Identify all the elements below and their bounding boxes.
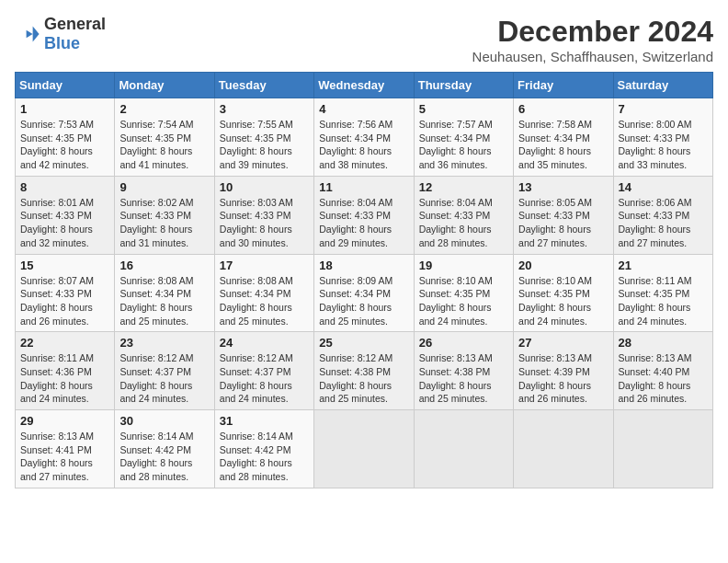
day-number: 6	[518, 102, 608, 116]
calendar-cell: 26 Sunrise: 8:13 AM Sunset: 4:38 PM Dayl…	[414, 332, 513, 410]
day-info: Sunrise: 8:10 AM Sunset: 4:35 PM Dayligh…	[419, 274, 508, 328]
calendar-cell: 7 Sunrise: 8:00 AM Sunset: 4:33 PM Dayli…	[613, 98, 712, 177]
day-number: 9	[119, 180, 209, 194]
sunset-label: Sunset: 4:33 PM	[419, 210, 491, 221]
sunset-label: Sunset: 4:37 PM	[119, 366, 191, 377]
day-info: Sunrise: 8:14 AM Sunset: 4:42 PM Dayligh…	[220, 430, 309, 484]
calendar-cell: 30 Sunrise: 8:14 AM Sunset: 4:42 PM Dayl…	[115, 410, 214, 488]
sunrise-label: Sunrise: 8:13 AM	[20, 431, 94, 442]
sunrise-label: Sunrise: 8:10 AM	[518, 275, 592, 286]
sunrise-label: Sunrise: 8:04 AM	[419, 197, 493, 208]
sunrise-label: Sunrise: 8:12 AM	[220, 352, 293, 363]
daylight-label: Daylight: 8 hours	[220, 145, 292, 156]
day-info: Sunrise: 8:10 AM Sunset: 4:35 PM Dayligh…	[518, 274, 608, 328]
day-info: Sunrise: 8:06 AM Sunset: 4:33 PM Dayligh…	[619, 196, 708, 250]
calendar-table: SundayMondayTuesdayWednesdayThursdayFrid…	[15, 72, 713, 488]
daylight-minutes: and 27 minutes.	[518, 237, 587, 248]
day-number: 2	[119, 102, 209, 116]
daylight-label: Daylight: 8 hours	[220, 302, 292, 313]
day-number: 18	[319, 259, 408, 272]
sunset-label: Sunset: 4:35 PM	[220, 132, 291, 144]
daylight-minutes: and 24 minutes.	[20, 393, 89, 404]
daylight-label: Daylight: 8 hours	[20, 145, 93, 156]
day-info: Sunrise: 8:13 AM Sunset: 4:39 PM Dayligh…	[518, 351, 608, 406]
calendar-cell: 9 Sunrise: 8:02 AM Sunset: 4:33 PM Dayli…	[115, 176, 214, 254]
daylight-label: Daylight: 8 hours	[20, 457, 93, 468]
day-info: Sunrise: 8:14 AM Sunset: 4:42 PM Dayligh…	[119, 430, 209, 484]
sunset-label: Sunset: 4:33 PM	[619, 210, 690, 221]
subtitle: Neuhausen, Schaffhausen, Switzerland	[472, 49, 713, 64]
calendar-cell: 12 Sunrise: 8:04 AM Sunset: 4:33 PM Dayl…	[414, 176, 513, 254]
header: General Blue December 2024 Neuhausen, Sc…	[15, 15, 713, 64]
sunrise-label: Sunrise: 8:08 AM	[220, 275, 293, 286]
calendar-cell	[414, 410, 513, 488]
day-info: Sunrise: 8:02 AM Sunset: 4:33 PM Dayligh…	[119, 196, 209, 250]
sunset-label: Sunset: 4:39 PM	[518, 366, 590, 377]
calendar-cell: 22 Sunrise: 8:11 AM Sunset: 4:36 PM Dayl…	[16, 332, 115, 410]
day-info: Sunrise: 8:11 AM Sunset: 4:35 PM Dayligh…	[619, 274, 708, 328]
sunrise-label: Sunrise: 7:55 AM	[220, 119, 293, 130]
day-number: 24	[220, 336, 309, 350]
daylight-label: Daylight: 8 hours	[518, 224, 591, 235]
daylight-label: Daylight: 8 hours	[619, 302, 691, 313]
day-number: 16	[119, 259, 209, 272]
sunrise-label: Sunrise: 7:56 AM	[319, 119, 392, 130]
daylight-label: Daylight: 8 hours	[319, 224, 392, 235]
sunset-label: Sunset: 4:42 PM	[220, 444, 291, 455]
day-info: Sunrise: 8:13 AM Sunset: 4:41 PM Dayligh…	[20, 430, 109, 484]
sunset-label: Sunset: 4:33 PM	[518, 210, 590, 221]
sunset-label: Sunset: 4:33 PM	[319, 210, 391, 221]
day-info: Sunrise: 8:13 AM Sunset: 4:40 PM Dayligh…	[619, 351, 708, 406]
weekday-header-row: SundayMondayTuesdayWednesdayThursdayFrid…	[16, 73, 713, 98]
weekday-header-wednesday: Wednesday	[314, 73, 414, 98]
sunrise-label: Sunrise: 7:58 AM	[518, 119, 592, 130]
day-number: 29	[20, 414, 109, 428]
day-info: Sunrise: 8:05 AM Sunset: 4:33 PM Dayligh…	[518, 196, 608, 250]
daylight-minutes: and 36 minutes.	[419, 159, 488, 170]
day-info: Sunrise: 7:57 AM Sunset: 4:34 PM Dayligh…	[419, 118, 508, 172]
daylight-label: Daylight: 8 hours	[419, 302, 492, 313]
sunrise-label: Sunrise: 8:14 AM	[220, 431, 293, 442]
daylight-minutes: and 29 minutes.	[319, 237, 388, 248]
calendar-cell: 20 Sunrise: 8:10 AM Sunset: 4:35 PM Dayl…	[514, 254, 613, 332]
calendar-week-row: 29 Sunrise: 8:13 AM Sunset: 4:41 PM Dayl…	[16, 410, 713, 488]
sunset-label: Sunset: 4:33 PM	[220, 210, 291, 221]
daylight-label: Daylight: 8 hours	[20, 302, 93, 313]
daylight-minutes: and 26 minutes.	[518, 393, 587, 404]
daylight-label: Daylight: 8 hours	[119, 457, 192, 468]
sunset-label: Sunset: 4:35 PM	[518, 288, 590, 299]
day-number: 10	[220, 180, 309, 194]
main-title: December 2024	[472, 15, 713, 49]
sunset-label: Sunset: 4:34 PM	[518, 132, 590, 144]
weekday-header-tuesday: Tuesday	[214, 73, 313, 98]
day-number: 21	[619, 259, 708, 272]
daylight-minutes: and 28 minutes.	[220, 471, 289, 482]
sunset-label: Sunset: 4:35 PM	[20, 132, 92, 144]
sunset-label: Sunset: 4:42 PM	[119, 444, 191, 455]
day-info: Sunrise: 7:58 AM Sunset: 4:34 PM Dayligh…	[518, 118, 608, 172]
calendar-cell: 3 Sunrise: 7:55 AM Sunset: 4:35 PM Dayli…	[214, 98, 313, 177]
sunset-label: Sunset: 4:33 PM	[119, 210, 191, 221]
day-info: Sunrise: 8:01 AM Sunset: 4:33 PM Dayligh…	[20, 196, 109, 250]
sunset-label: Sunset: 4:35 PM	[619, 288, 690, 299]
daylight-minutes: and 24 minutes.	[619, 316, 688, 327]
sunrise-label: Sunrise: 8:14 AM	[119, 431, 193, 442]
sunrise-label: Sunrise: 8:10 AM	[419, 275, 493, 286]
daylight-minutes: and 27 minutes.	[619, 237, 688, 248]
day-info: Sunrise: 8:11 AM Sunset: 4:36 PM Dayligh…	[20, 351, 109, 406]
calendar-cell: 13 Sunrise: 8:05 AM Sunset: 4:33 PM Dayl…	[514, 176, 613, 254]
logo-icon	[15, 21, 40, 47]
sunrise-label: Sunrise: 8:07 AM	[20, 275, 94, 286]
daylight-minutes: and 32 minutes.	[20, 237, 89, 248]
daylight-minutes: and 25 minutes.	[419, 393, 488, 404]
daylight-minutes: and 33 minutes.	[619, 159, 688, 170]
sunset-label: Sunset: 4:34 PM	[220, 288, 291, 299]
sunset-label: Sunset: 4:33 PM	[20, 288, 92, 299]
daylight-minutes: and 26 minutes.	[619, 393, 688, 404]
calendar-week-row: 8 Sunrise: 8:01 AM Sunset: 4:33 PM Dayli…	[16, 176, 713, 254]
day-number: 13	[518, 180, 608, 194]
day-number: 3	[220, 102, 309, 116]
calendar-cell: 19 Sunrise: 8:10 AM Sunset: 4:35 PM Dayl…	[414, 254, 513, 332]
calendar-cell: 14 Sunrise: 8:06 AM Sunset: 4:33 PM Dayl…	[613, 176, 712, 254]
daylight-label: Daylight: 8 hours	[119, 302, 192, 313]
